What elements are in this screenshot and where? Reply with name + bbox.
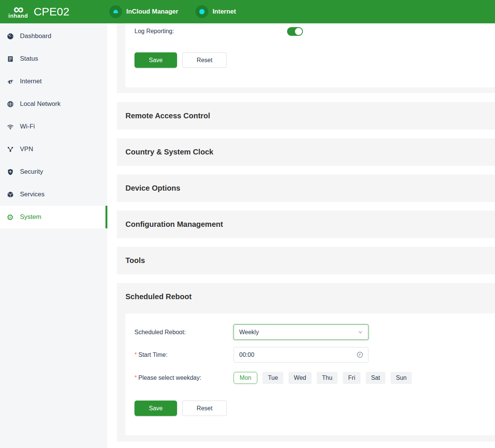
sidebar-item-label: Wi-Fi xyxy=(20,123,35,130)
app-header: ∞ inhand CPE02 InCloud Manager Internet xyxy=(0,0,495,23)
section-header-country-system-clock[interactable]: Country & System Clock xyxy=(117,138,495,166)
sidebar-item-label: VPN xyxy=(20,145,33,153)
sidebar-item-security[interactable]: Security xyxy=(0,161,107,183)
chevron-down-icon xyxy=(357,329,364,335)
section-header-remote-access-control[interactable]: Remote Access Control xyxy=(117,102,495,130)
start-time-input[interactable]: 00:00 xyxy=(234,347,368,362)
sidebar-item-status[interactable]: Status xyxy=(0,47,107,70)
header-status-group: InCloud Manager Internet xyxy=(109,5,236,18)
weekday-group: Mon Tue Wed Thu Fri Sat Sun xyxy=(234,372,412,384)
weekday-button-sat[interactable]: Sat xyxy=(366,372,385,384)
sidebar-item-local-network[interactable]: Local Network xyxy=(0,93,107,115)
log-reporting-label: Log Reporting: xyxy=(134,28,287,35)
section-header-scheduled-reboot[interactable]: Scheduled Reboot xyxy=(117,283,495,310)
section-title: Scheduled Reboot xyxy=(125,292,192,301)
main-content: Log Reporting: Save Reset Remote Access … xyxy=(107,23,495,448)
svg-text:e: e xyxy=(8,78,12,85)
sidebar-item-wifi[interactable]: Wi-Fi xyxy=(0,115,107,138)
section-title: Remote Access Control xyxy=(125,112,210,120)
reset-button[interactable]: Reset xyxy=(182,52,227,68)
wifi-icon xyxy=(6,122,14,131)
status-label: Internet xyxy=(212,8,236,15)
section-title: Configuration Management xyxy=(125,220,223,229)
weekday-button-tue[interactable]: Tue xyxy=(263,372,283,384)
weekday-label: *Please select weekday: xyxy=(134,375,234,381)
internet-e-icon: e xyxy=(6,77,14,86)
select-value: Weekly xyxy=(239,329,259,336)
branch-icon xyxy=(6,145,14,153)
sidebar-item-label: Local Network xyxy=(20,100,61,108)
status-item-incloud-manager[interactable]: InCloud Manager xyxy=(109,5,178,18)
required-asterisk: * xyxy=(134,352,137,358)
sidebar-item-internet[interactable]: e Internet xyxy=(0,70,107,93)
weekday-button-thu[interactable]: Thu xyxy=(317,372,338,384)
scheduled-reboot-form: Scheduled Reboot: Weekly *Start Time: 00… xyxy=(125,313,495,435)
start-time-value: 00:00 xyxy=(239,352,254,358)
sidebar-item-label: Services xyxy=(20,191,44,198)
weekday-button-wed[interactable]: Wed xyxy=(289,372,312,384)
shield-icon xyxy=(6,168,14,176)
weekday-button-mon[interactable]: Mon xyxy=(234,372,257,384)
brand-name: inhand xyxy=(8,13,28,18)
section-header-device-options[interactable]: Device Options xyxy=(117,174,495,202)
required-asterisk: * xyxy=(134,375,137,381)
system-log-section: Log Reporting: Save Reset xyxy=(117,23,495,93)
scheduled-reboot-section: Scheduled Reboot Scheduled Reboot: Weekl… xyxy=(117,283,495,442)
section-header-tools[interactable]: Tools xyxy=(117,247,495,274)
sidebar-item-services[interactable]: Services xyxy=(0,183,107,206)
document-icon xyxy=(6,55,14,63)
weekday-button-fri[interactable]: Fri xyxy=(343,372,361,384)
scheduled-reboot-mode-label: Scheduled Reboot: xyxy=(134,329,234,336)
weekday-button-sun[interactable]: Sun xyxy=(391,372,412,384)
sidebar-item-system[interactable]: ⚙ System xyxy=(0,206,107,228)
save-button[interactable]: Save xyxy=(134,52,177,68)
cube-icon xyxy=(6,190,14,199)
sidebar-item-vpn[interactable]: VPN xyxy=(0,138,107,161)
status-label: InCloud Manager xyxy=(126,8,178,15)
section-title: Country & System Clock xyxy=(125,148,213,156)
status-item-internet[interactable]: Internet xyxy=(196,5,236,18)
brand-logo: ∞ inhand CPE02 xyxy=(0,5,69,18)
sidebar: Dashboard Status e Internet Local Networ… xyxy=(0,23,107,448)
page-layout: Dashboard Status e Internet Local Networ… xyxy=(0,23,495,448)
save-button[interactable]: Save xyxy=(134,401,177,416)
reset-button[interactable]: Reset xyxy=(182,401,227,416)
gauge-icon xyxy=(6,32,14,40)
section-title: Tools xyxy=(125,256,145,265)
log-reporting-toggle[interactable] xyxy=(287,27,303,36)
globe-icon xyxy=(6,100,14,108)
clock-icon xyxy=(356,351,364,358)
toggle-knob xyxy=(295,28,302,35)
log-reporting-panel: Log Reporting: Save Reset xyxy=(125,23,495,87)
sidebar-item-label: Dashboard xyxy=(20,32,51,40)
section-title: Device Options xyxy=(125,184,180,193)
section-header-configuration-management[interactable]: Configuration Management xyxy=(117,211,495,238)
start-time-label: *Start Time: xyxy=(134,352,234,358)
infinity-logo-icon: ∞ inhand xyxy=(8,5,28,18)
cloud-icon xyxy=(109,5,122,18)
gear-icon: ⚙ xyxy=(6,213,14,221)
scheduled-reboot-select[interactable]: Weekly xyxy=(234,324,368,340)
sidebar-item-label: Status xyxy=(20,55,38,63)
brand-model: CPE02 xyxy=(34,5,69,18)
sidebar-item-label: Internet xyxy=(20,78,42,85)
sidebar-item-label: System xyxy=(20,213,41,221)
dot-icon xyxy=(196,5,208,18)
sidebar-item-label: Security xyxy=(20,168,43,176)
sidebar-item-dashboard[interactable]: Dashboard xyxy=(0,25,107,47)
